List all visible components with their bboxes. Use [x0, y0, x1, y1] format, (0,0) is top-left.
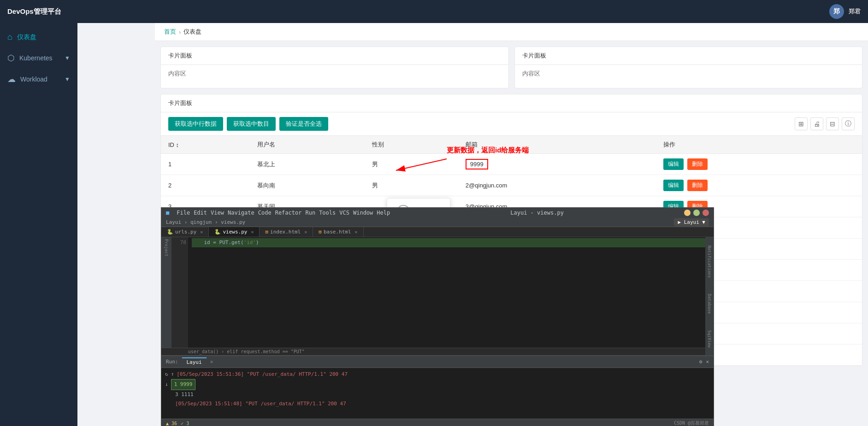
tab-close-urls[interactable]: ✕	[200, 229, 203, 234]
ide-menu-refactor[interactable]: Refactor	[275, 210, 302, 216]
console-row-4: [05/Sep/2023 15:51:48] "PUT /user_data/ …	[165, 399, 710, 408]
ide-tab-base[interactable]: ⊞ base.html ✕	[313, 227, 363, 237]
workload-icon: ☁	[7, 74, 16, 84]
console-row-3: 3 1111	[165, 390, 710, 399]
ide-run-tab[interactable]: Layui	[182, 357, 207, 366]
tab-icon3: ⊞	[265, 229, 268, 235]
tab-icon4: ⊞	[319, 229, 322, 235]
ide-menu-vcs[interactable]: VCS	[339, 210, 349, 216]
sidebar-nav: ⌂ 仪表盘 ⬡ Kubernetes ▼ ☁ Workload ▼	[0, 23, 77, 90]
info-icon[interactable]: ⓘ	[842, 117, 855, 130]
ide-maximize-btn[interactable]	[693, 210, 700, 216]
avatar-letter: 郑	[833, 7, 840, 16]
ide-sidebar-strip: Project	[161, 237, 171, 348]
ide-minimize-btn[interactable]	[684, 210, 691, 216]
sidebar-workload-label: Workload	[20, 76, 47, 83]
ide-statusbar: ▲ 36 ✓ 3 CSDN @百慕郑君	[161, 419, 714, 426]
avatar: 郑	[829, 4, 844, 19]
breadcrumb-current: 仪表盘	[183, 28, 201, 36]
code-line-78: id = PUT.get('id')	[192, 238, 710, 247]
ide-code-wrapper: Project 78 id = PUT.get('id') Noti	[161, 237, 714, 356]
btn-get-count[interactable]: 获取选中数目	[227, 117, 276, 131]
sidebar-item-workload[interactable]: ☁ Workload ▼	[0, 69, 77, 90]
run-tab-close[interactable]: ✕	[210, 359, 213, 365]
table-card-header: 卡片面板	[161, 94, 862, 112]
cell-id: 1	[161, 154, 250, 175]
btn-delete-1[interactable]: 删除	[687, 158, 708, 170]
table-head: ID ↕ 用户名 性别 邮箱 操作	[161, 136, 862, 154]
sidebar-item-label: 仪表盘	[17, 33, 36, 41]
ide-menu-file[interactable]: File	[177, 210, 190, 216]
console-line-3: 3 1111	[175, 391, 194, 397]
email-highlighted: 9999	[466, 159, 488, 169]
ide-window-controls	[684, 210, 709, 216]
cell-name: 慕北上	[250, 154, 365, 175]
top-cards-row: 卡片面板 内容区 卡片面板 内容区	[155, 41, 868, 88]
ide-menu-navigate[interactable]: Navigate	[228, 210, 254, 216]
ide-warnings: ▲ 36	[166, 421, 177, 426]
breadcrumb: 首页 › 仪表盘	[155, 23, 868, 41]
topbar-right: 郑 郑君	[829, 4, 861, 19]
ide-code-breadcrumb: user_data() › elif request.method == "PU…	[161, 348, 714, 356]
ide-menu-help[interactable]: Help	[377, 210, 390, 216]
console-line-4: [05/Sep/2023 15:51:48] "PUT /user_data/ …	[175, 401, 346, 407]
col-username: 用户名	[250, 136, 365, 154]
ide-window: ■ File Edit View Navigate Code Refactor …	[161, 207, 714, 426]
btn-get-row-data[interactable]: 获取选中行数据	[168, 117, 223, 131]
ide-run-dropdown[interactable]: ▶ Layui ▼	[674, 218, 709, 226]
print-icon[interactable]: 🖨	[810, 117, 823, 130]
tab-close-views[interactable]: ✕	[251, 229, 254, 234]
console-btn-3[interactable]: ↓	[165, 380, 168, 389]
ide-titlebar: ■ File Edit View Navigate Code Refactor …	[161, 208, 714, 218]
ide-menu-code[interactable]: Code	[258, 210, 272, 216]
ide-run-controls: ▶ Layui ▼	[674, 219, 709, 225]
ide-right-strip: Notifications Database SqiView	[705, 237, 714, 348]
chevron-down-icon: ▼	[65, 55, 70, 61]
ide-menu-view[interactable]: View	[211, 210, 224, 216]
ide-menu-window[interactable]: Window	[353, 210, 373, 216]
run-close-icon[interactable]: ✕	[706, 359, 709, 365]
ide-title: Layui - views.py	[394, 210, 680, 216]
tab-close-index[interactable]: ✕	[304, 229, 307, 234]
cell-action: 编辑 删除	[656, 154, 862, 175]
col-action: 操作	[656, 136, 862, 154]
console-btn-1[interactable]: ↻	[165, 370, 168, 379]
console-highlighted-value: 1 9999	[171, 379, 196, 390]
btn-edit-2[interactable]: 编辑	[663, 180, 684, 191]
grid-view-icon[interactable]: ⊞	[795, 117, 808, 130]
ide-toolbar: Layui › qingjun › views.py ▶ Layui ▼	[161, 218, 714, 227]
database-label: Database	[707, 294, 712, 314]
sidebar-item-dashboard[interactable]: ⌂ 仪表盘	[0, 27, 77, 47]
breadcrumb-home[interactable]: 首页	[164, 28, 176, 36]
kubernetes-icon: ⬡	[7, 53, 15, 63]
notifications-label: Notifications	[707, 245, 712, 278]
ide-watermark: CSDN @百慕郑君	[674, 420, 709, 426]
ide-sidebar-label: Project	[164, 239, 169, 257]
sidebar-item-kubernetes[interactable]: ⬡ Kubernetes ▼	[0, 47, 77, 69]
ide-tab-urls[interactable]: 🐍 urls.py ✕	[161, 227, 209, 237]
run-settings-icon[interactable]: ⚙	[699, 359, 703, 365]
breadcrumb-sep: ›	[179, 29, 181, 35]
btn-verify-all[interactable]: 验证是否全选	[279, 117, 328, 131]
ide-tab-index[interactable]: ⊞ index.html ✕	[260, 227, 313, 237]
btn-edit-1[interactable]: 编辑	[663, 158, 684, 170]
ide-logo: ■	[166, 210, 169, 216]
sqleditor-label: SqiView	[707, 330, 712, 348]
console-btn-2[interactable]: ↑	[171, 370, 174, 379]
btn-delete-2[interactable]: 删除	[687, 180, 708, 191]
ide-errors: ✓ 3	[181, 421, 189, 426]
ide-run-label: Run:	[166, 359, 178, 365]
ide-menu-edit[interactable]: Edit	[194, 210, 207, 216]
ide-menu-run[interactable]: Run	[305, 210, 315, 216]
ide-code-content: Project 78 id = PUT.get('id') Noti	[161, 237, 714, 348]
cell-action: 编辑 删除	[656, 175, 862, 196]
col-gender: 性别	[365, 136, 458, 154]
ide-menu-tools[interactable]: Tools	[319, 210, 336, 216]
tab-close-base[interactable]: ✕	[355, 229, 358, 234]
ide-close-btn[interactable]	[703, 210, 709, 216]
ide-tab-views[interactable]: 🐍 views.py ✕	[209, 227, 260, 237]
table-toolbar: 获取选中行数据 获取选中数目 验证是否全选 ⊞ 🖨 ⊟ ⓘ	[161, 112, 862, 136]
ide-run-bar: Run: Layui ✕ ⚙ ✕	[161, 356, 714, 368]
export-icon[interactable]: ⊟	[826, 117, 839, 130]
tab-icon: 🐍	[167, 229, 173, 235]
